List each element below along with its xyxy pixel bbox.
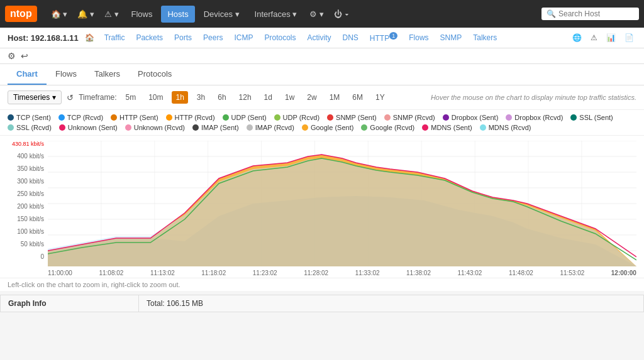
time-btn-2w[interactable]: 2w	[303, 91, 320, 104]
x-label-1128: 11:28:02	[304, 270, 328, 276]
nav-power-btn[interactable]: ⏻ ▾	[330, 7, 353, 21]
host-protocols-link[interactable]: Protocols	[260, 32, 299, 43]
time-btn-1d[interactable]: 1d	[260, 91, 276, 104]
search-input[interactable]	[558, 9, 634, 18]
host-flows-link[interactable]: Flows	[405, 32, 432, 43]
nav-home-btn[interactable]: 🏠 ▾	[47, 7, 72, 21]
tab-protocols[interactable]: Protocols	[129, 64, 180, 85]
legend-dot-udp-sent	[223, 114, 229, 121]
chart-svg-area[interactable]: 11:00:00 11:08:02 11:13:02 11:18:02 11:2…	[48, 141, 636, 278]
legend-mdns-sent: MDNS (Sent)	[422, 124, 472, 131]
legend-label-tcp-sent: TCP (Sent)	[16, 114, 51, 121]
tab-talkers[interactable]: Talkers	[86, 64, 129, 85]
nav-alerts-btn[interactable]: 🔔 ▾	[74, 7, 98, 21]
area-chart-svg	[48, 141, 636, 266]
legend-label-udp-rcvd: UDP (Rcvd)	[283, 114, 319, 121]
nav-flows-link[interactable]: Flows	[125, 6, 159, 23]
tab-chart[interactable]: Chart	[8, 64, 47, 85]
host-home-icon[interactable]: 🏠	[82, 32, 97, 43]
legend-dot-mdns-rcvd	[480, 124, 486, 131]
settings-gear-icon[interactable]: ⚙	[8, 51, 16, 61]
y-label-0: 0	[40, 253, 44, 260]
legend-dot-google-rcvd	[361, 124, 367, 131]
x-axis: 11:00:00 11:08:02 11:13:02 11:18:02 11:2…	[48, 268, 636, 278]
x-label-1118: 11:18:02	[201, 270, 226, 276]
nav-devices-link[interactable]: Devices ▾	[197, 6, 246, 23]
time-btn-10m[interactable]: 10m	[145, 91, 167, 104]
y-label-250: 250 kbit/s	[17, 190, 44, 197]
host-icmp-link[interactable]: ICMP	[230, 32, 257, 43]
nav-interfaces-link[interactable]: Interfaces ▾	[248, 6, 304, 23]
time-btn-1M[interactable]: 1M	[326, 91, 344, 104]
host-dns-link[interactable]: DNS	[339, 32, 362, 43]
legend-label-tcp-rcvd: TCP (Rcvd)	[67, 114, 103, 121]
time-btn-12h[interactable]: 12h	[235, 91, 255, 104]
legend-http-rcvd: HTTP (Rcvd)	[166, 114, 215, 121]
y-label-350: 350 kbit/s	[17, 165, 44, 172]
tab-flows[interactable]: Flows	[47, 64, 86, 85]
nav-settings-btn[interactable]: ⚙ ▾	[306, 7, 328, 21]
nav-warning-btn[interactable]: ⚠ ▾	[101, 7, 123, 21]
time-btn-6M[interactable]: 6M	[348, 91, 367, 104]
legend-dot-snmp-sent	[327, 114, 333, 121]
legend-label-http-sent: HTTP (Sent)	[119, 114, 158, 121]
timeseries-dropdown-btn[interactable]: Timeseries ▾	[8, 90, 62, 104]
host-talkers-link[interactable]: Talkers	[469, 32, 501, 43]
legend-dot-imap-sent	[192, 124, 199, 131]
host-ports-link[interactable]: Ports	[170, 32, 196, 43]
x-label-1100: 11:00:00	[48, 270, 72, 276]
time-btn-1h[interactable]: 1h	[172, 91, 187, 104]
legend-snmp-sent: SNMP (Sent)	[327, 114, 377, 121]
legend-dropbox-sent: Dropbox (Sent)	[443, 114, 499, 121]
legend-label-mdns-sent: MDNS (Sent)	[431, 124, 472, 131]
y-label-200: 200 kbit/s	[17, 203, 44, 210]
nav-hosts-link[interactable]: Hosts	[161, 6, 194, 23]
settings-bar: ⚙ ↩	[0, 48, 644, 64]
legend-label-google-sent: Google (Sent)	[311, 124, 353, 131]
legend-dot-ssl-rcvd	[8, 124, 14, 131]
legend-dot-unknown-rcvd	[125, 124, 131, 131]
host-activity-link[interactable]: Activity	[304, 32, 335, 43]
host-http-link[interactable]: HTTP1	[366, 31, 401, 44]
legend-dot-ssl-sent	[570, 114, 577, 121]
y-label-100: 100 kbit/s	[17, 228, 44, 235]
chart-hint: Hover the mouse on the chart to display …	[431, 94, 636, 101]
legend-tcp-rcvd: TCP (Rcvd)	[58, 114, 103, 121]
host-traffic-link[interactable]: Traffic	[101, 32, 129, 43]
y-label-150: 150 kbit/s	[17, 215, 44, 222]
x-label-1200: 12:00:00	[611, 270, 636, 276]
search-box: 🔍	[541, 8, 639, 20]
legend-unknown-sent: Unknown (Sent)	[59, 124, 118, 131]
time-btn-5m[interactable]: 5m	[121, 91, 140, 104]
x-label-1138: 11:38:02	[406, 270, 431, 276]
legend-area: TCP (Sent) TCP (Rcvd) HTTP (Sent) HTTP (…	[0, 110, 644, 136]
time-btn-1Y[interactable]: 1Y	[372, 91, 389, 104]
legend-label-http-rcvd: HTTP (Rcvd)	[175, 114, 215, 121]
host-peers-link[interactable]: Peers	[199, 32, 226, 43]
ntop-logo: ntop	[5, 6, 37, 22]
time-btn-6h[interactable]: 6h	[214, 91, 230, 104]
legend-label-unknown-rcvd: Unknown (Rcvd)	[134, 124, 185, 131]
legend-dot-tcp-sent	[8, 114, 14, 121]
legend-imap-rcvd: IMAP (Rcvd)	[247, 124, 294, 131]
graph-info-value: Total: 106.15 MB	[139, 295, 211, 312]
host-packets-link[interactable]: Packets	[132, 32, 167, 43]
globe-icon[interactable]: 🌐	[570, 32, 584, 43]
legend-label-unknown-sent: Unknown (Sent)	[68, 124, 118, 131]
back-icon[interactable]: ↩	[21, 51, 28, 61]
alert-icon[interactable]: ⚠	[588, 32, 600, 43]
document-icon[interactable]: 📄	[622, 32, 636, 43]
reset-timeframe-icon[interactable]: ↺	[67, 93, 74, 102]
chart-bar-icon[interactable]: 📊	[604, 32, 618, 43]
time-btn-3h[interactable]: 3h	[193, 91, 209, 104]
legend-dot-mdns-sent	[422, 124, 428, 131]
legend-label-dropbox-rcvd: Dropbox (Rcvd)	[514, 114, 563, 121]
time-btn-1w[interactable]: 1w	[281, 91, 298, 104]
x-label-1133: 11:33:02	[355, 270, 380, 276]
y-label-300: 300 kbit/s	[17, 178, 44, 185]
graph-info-bar: Graph Info Total: 106.15 MB	[0, 295, 644, 312]
host-bar: Host: 192.168.1.11 🏠 Traffic Packets Por…	[0, 28, 644, 48]
host-snmp-link[interactable]: SNMP	[436, 32, 466, 43]
legend-unknown-rcvd: Unknown (Rcvd)	[125, 124, 185, 131]
chart-container[interactable]: 430.81 kbit/s 400 kbit/s 350 kbit/s 300 …	[0, 136, 644, 278]
